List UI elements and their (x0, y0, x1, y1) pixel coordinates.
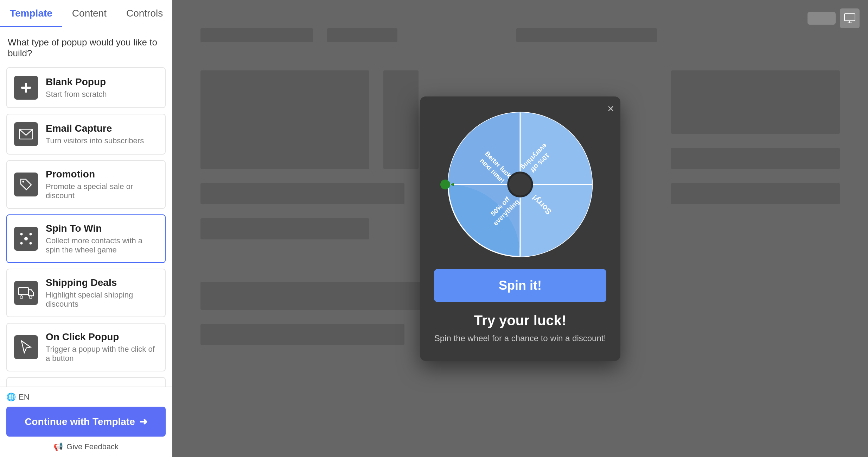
bg-block (671, 148, 840, 169)
template-item-shipping-deals[interactable]: Shipping Deals Highlight special shippin… (6, 269, 166, 317)
bg-block (516, 28, 657, 42)
language-row[interactable]: 🌐 EN (6, 393, 166, 402)
globe-icon: 🌐 (6, 393, 16, 402)
svg-point-8 (30, 242, 32, 245)
monitor-icon[interactable] (840, 8, 860, 28)
main-area: × (172, 0, 868, 457)
language-label: EN (19, 393, 30, 402)
bg-block (383, 70, 419, 169)
wheel-wrapper: Sorry! 50% off everything 10% off everyt… (446, 111, 594, 258)
popup-subtitle: Spin the wheel for a chance to win a dis… (434, 333, 606, 343)
bg-block (671, 70, 840, 134)
popup-container: × (420, 96, 620, 361)
email-capture-desc: Turn visitors into subscribers (46, 136, 144, 145)
svg-point-5 (20, 233, 23, 236)
top-bar-btn[interactable] (808, 12, 836, 25)
wheel-pointer (436, 176, 454, 193)
sidebar: Template Content Controls Design What ty… (0, 0, 172, 457)
promotion-title: Promotion (46, 169, 158, 180)
tag-icon (14, 173, 38, 196)
spin-to-win-desc: Collect more contacts with a spin the wh… (46, 236, 158, 255)
svg-marker-16 (450, 183, 454, 186)
svg-point-6 (30, 233, 32, 236)
bg-block (671, 183, 840, 204)
email-icon (14, 122, 38, 146)
bg-block (200, 28, 313, 42)
shipping-deals-desc: Highlight special shipping discounts (46, 290, 158, 309)
bg-block (327, 28, 397, 42)
spin-button[interactable]: Spin it! (434, 269, 606, 302)
tabs: Template Content Controls Design (0, 0, 172, 27)
shipping-deals-title: Shipping Deals (46, 277, 158, 288)
svg-point-3 (23, 181, 24, 183)
svg-point-23 (509, 173, 531, 195)
spin-icon (14, 227, 38, 251)
top-right-controls (808, 8, 860, 28)
template-item-promotion[interactable]: Promotion Promote a special sale or disc… (6, 160, 166, 209)
tab-template[interactable]: Template (0, 0, 62, 27)
continue-button-label: Continue with Template (25, 416, 135, 427)
on-click-popup-desc: Trigger a popup with the click of a butt… (46, 345, 158, 363)
wheel-svg: Sorry! 50% off everything 10% off everyt… (446, 111, 594, 258)
on-click-popup-title: On Click Popup (46, 331, 158, 343)
tab-content[interactable]: Content (62, 0, 116, 27)
cursor-icon (14, 335, 38, 359)
blank-popup-desc: Start from scratch (46, 90, 107, 99)
megaphone-icon: 📢 (53, 442, 63, 451)
template-item-blank[interactable]: Blank Popup Start from scratch (6, 67, 166, 108)
svg-rect-12 (844, 14, 855, 21)
email-capture-title: Email Capture (46, 123, 144, 134)
template-item-on-click-popup[interactable]: On Click Popup Trigger a popup with the … (6, 323, 166, 371)
feedback-row[interactable]: 📢 Give Feedback (6, 442, 166, 451)
svg-point-15 (440, 180, 450, 189)
popup-close-button[interactable]: × (607, 103, 614, 114)
sidebar-content: What type of popup would you like to bui… (0, 27, 172, 387)
template-item-email-capture[interactable]: Email Capture Turn visitors into subscri… (6, 114, 166, 155)
tab-controls[interactable]: Controls (116, 0, 173, 27)
svg-point-7 (20, 242, 23, 245)
bg-block (200, 70, 369, 169)
continue-button[interactable]: Continue with Template ➜ (6, 407, 166, 437)
popup-title: Try your luck! (434, 313, 606, 328)
svg-rect-9 (19, 288, 28, 295)
bg-block (200, 282, 440, 310)
truck-icon (14, 281, 38, 305)
plus-icon (14, 76, 38, 100)
bg-block (200, 324, 404, 345)
svg-rect-1 (21, 87, 31, 89)
bg-block (200, 183, 404, 204)
bg-block (200, 218, 369, 239)
sidebar-question: What type of popup would you like to bui… (6, 37, 166, 59)
template-item-create-own[interactable]: Create Your Own (6, 377, 166, 387)
template-item-spin-to-win[interactable]: Spin To Win Collect more contacts with a… (6, 214, 166, 263)
svg-point-4 (24, 237, 28, 240)
spin-to-win-title: Spin To Win (46, 223, 158, 234)
feedback-label: Give Feedback (66, 442, 119, 451)
sidebar-bottom: 🌐 EN Continue with Template ➜ 📢 Give Fee… (0, 387, 172, 457)
promotion-desc: Promote a special sale or discount (46, 182, 158, 200)
blank-popup-title: Blank Popup (46, 76, 107, 88)
arrow-icon: ➜ (139, 416, 147, 427)
svg-point-10 (20, 296, 23, 299)
